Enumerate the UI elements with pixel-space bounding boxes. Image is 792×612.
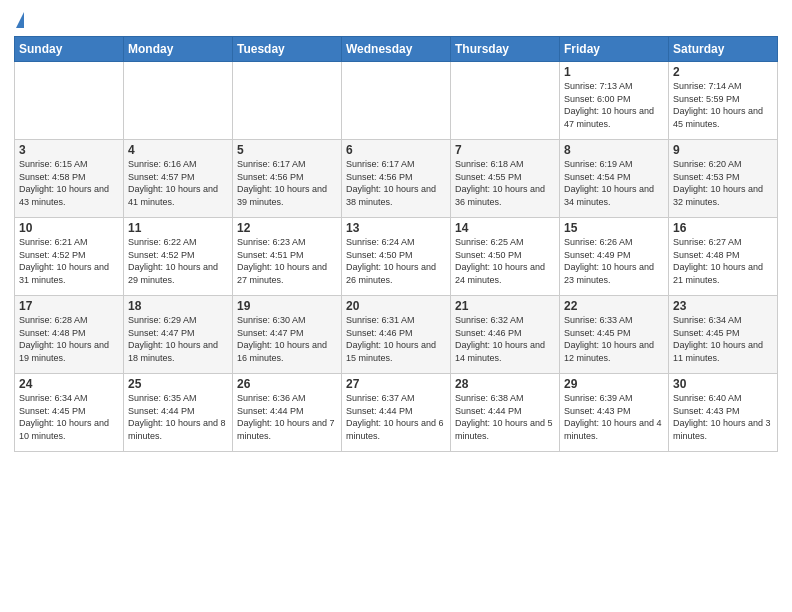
calendar-cell: 24Sunrise: 6:34 AMSunset: 4:45 PMDayligh… <box>15 374 124 452</box>
day-info: Sunrise: 6:15 AMSunset: 4:58 PMDaylight:… <box>19 158 119 208</box>
day-number: 4 <box>128 143 228 157</box>
day-info: Sunrise: 6:33 AMSunset: 4:45 PMDaylight:… <box>564 314 664 364</box>
day-number: 6 <box>346 143 446 157</box>
calendar-cell <box>124 62 233 140</box>
weekday-header-monday: Monday <box>124 37 233 62</box>
day-info: Sunrise: 6:17 AMSunset: 4:56 PMDaylight:… <box>237 158 337 208</box>
calendar-cell: 7Sunrise: 6:18 AMSunset: 4:55 PMDaylight… <box>451 140 560 218</box>
day-info: Sunrise: 6:27 AMSunset: 4:48 PMDaylight:… <box>673 236 773 286</box>
calendar-cell: 14Sunrise: 6:25 AMSunset: 4:50 PMDayligh… <box>451 218 560 296</box>
calendar-cell: 22Sunrise: 6:33 AMSunset: 4:45 PMDayligh… <box>560 296 669 374</box>
calendar-cell: 20Sunrise: 6:31 AMSunset: 4:46 PMDayligh… <box>342 296 451 374</box>
calendar-week-1: 1Sunrise: 7:13 AMSunset: 6:00 PMDaylight… <box>15 62 778 140</box>
day-info: Sunrise: 6:18 AMSunset: 4:55 PMDaylight:… <box>455 158 555 208</box>
day-info: Sunrise: 6:23 AMSunset: 4:51 PMDaylight:… <box>237 236 337 286</box>
calendar-table: SundayMondayTuesdayWednesdayThursdayFrid… <box>14 36 778 452</box>
day-info: Sunrise: 6:37 AMSunset: 4:44 PMDaylight:… <box>346 392 446 442</box>
day-number: 1 <box>564 65 664 79</box>
day-info: Sunrise: 6:34 AMSunset: 4:45 PMDaylight:… <box>19 392 119 442</box>
day-number: 8 <box>564 143 664 157</box>
day-info: Sunrise: 6:19 AMSunset: 4:54 PMDaylight:… <box>564 158 664 208</box>
day-number: 18 <box>128 299 228 313</box>
day-number: 15 <box>564 221 664 235</box>
day-number: 10 <box>19 221 119 235</box>
day-info: Sunrise: 6:28 AMSunset: 4:48 PMDaylight:… <box>19 314 119 364</box>
day-info: Sunrise: 6:16 AMSunset: 4:57 PMDaylight:… <box>128 158 228 208</box>
calendar-cell: 17Sunrise: 6:28 AMSunset: 4:48 PMDayligh… <box>15 296 124 374</box>
day-number: 27 <box>346 377 446 391</box>
weekday-header-row: SundayMondayTuesdayWednesdayThursdayFrid… <box>15 37 778 62</box>
day-info: Sunrise: 6:36 AMSunset: 4:44 PMDaylight:… <box>237 392 337 442</box>
day-number: 22 <box>564 299 664 313</box>
calendar-cell: 6Sunrise: 6:17 AMSunset: 4:56 PMDaylight… <box>342 140 451 218</box>
calendar-cell: 10Sunrise: 6:21 AMSunset: 4:52 PMDayligh… <box>15 218 124 296</box>
calendar-cell: 9Sunrise: 6:20 AMSunset: 4:53 PMDaylight… <box>669 140 778 218</box>
calendar-cell: 3Sunrise: 6:15 AMSunset: 4:58 PMDaylight… <box>15 140 124 218</box>
weekday-header-thursday: Thursday <box>451 37 560 62</box>
day-number: 3 <box>19 143 119 157</box>
day-number: 26 <box>237 377 337 391</box>
calendar-cell <box>15 62 124 140</box>
calendar-cell: 27Sunrise: 6:37 AMSunset: 4:44 PMDayligh… <box>342 374 451 452</box>
day-number: 11 <box>128 221 228 235</box>
day-number: 12 <box>237 221 337 235</box>
day-info: Sunrise: 6:35 AMSunset: 4:44 PMDaylight:… <box>128 392 228 442</box>
calendar-cell <box>342 62 451 140</box>
day-number: 29 <box>564 377 664 391</box>
day-info: Sunrise: 6:34 AMSunset: 4:45 PMDaylight:… <box>673 314 773 364</box>
day-info: Sunrise: 6:17 AMSunset: 4:56 PMDaylight:… <box>346 158 446 208</box>
calendar-cell: 1Sunrise: 7:13 AMSunset: 6:00 PMDaylight… <box>560 62 669 140</box>
weekday-header-tuesday: Tuesday <box>233 37 342 62</box>
calendar-cell: 16Sunrise: 6:27 AMSunset: 4:48 PMDayligh… <box>669 218 778 296</box>
calendar-cell: 13Sunrise: 6:24 AMSunset: 4:50 PMDayligh… <box>342 218 451 296</box>
page: SundayMondayTuesdayWednesdayThursdayFrid… <box>0 0 792 612</box>
day-number: 16 <box>673 221 773 235</box>
calendar-cell: 12Sunrise: 6:23 AMSunset: 4:51 PMDayligh… <box>233 218 342 296</box>
weekday-header-sunday: Sunday <box>15 37 124 62</box>
day-number: 14 <box>455 221 555 235</box>
calendar-cell: 19Sunrise: 6:30 AMSunset: 4:47 PMDayligh… <box>233 296 342 374</box>
calendar-cell: 23Sunrise: 6:34 AMSunset: 4:45 PMDayligh… <box>669 296 778 374</box>
calendar-cell: 11Sunrise: 6:22 AMSunset: 4:52 PMDayligh… <box>124 218 233 296</box>
calendar-cell: 28Sunrise: 6:38 AMSunset: 4:44 PMDayligh… <box>451 374 560 452</box>
calendar-cell: 5Sunrise: 6:17 AMSunset: 4:56 PMDaylight… <box>233 140 342 218</box>
day-info: Sunrise: 6:38 AMSunset: 4:44 PMDaylight:… <box>455 392 555 442</box>
day-info: Sunrise: 6:29 AMSunset: 4:47 PMDaylight:… <box>128 314 228 364</box>
calendar-cell: 18Sunrise: 6:29 AMSunset: 4:47 PMDayligh… <box>124 296 233 374</box>
day-number: 20 <box>346 299 446 313</box>
day-number: 28 <box>455 377 555 391</box>
weekday-header-friday: Friday <box>560 37 669 62</box>
calendar-week-3: 10Sunrise: 6:21 AMSunset: 4:52 PMDayligh… <box>15 218 778 296</box>
calendar-cell: 2Sunrise: 7:14 AMSunset: 5:59 PMDaylight… <box>669 62 778 140</box>
weekday-header-wednesday: Wednesday <box>342 37 451 62</box>
calendar-cell: 29Sunrise: 6:39 AMSunset: 4:43 PMDayligh… <box>560 374 669 452</box>
day-info: Sunrise: 6:24 AMSunset: 4:50 PMDaylight:… <box>346 236 446 286</box>
calendar-cell <box>451 62 560 140</box>
day-number: 30 <box>673 377 773 391</box>
day-number: 7 <box>455 143 555 157</box>
calendar-cell: 25Sunrise: 6:35 AMSunset: 4:44 PMDayligh… <box>124 374 233 452</box>
calendar-cell <box>233 62 342 140</box>
header <box>14 10 778 28</box>
day-number: 17 <box>19 299 119 313</box>
calendar-week-4: 17Sunrise: 6:28 AMSunset: 4:48 PMDayligh… <box>15 296 778 374</box>
day-number: 25 <box>128 377 228 391</box>
day-info: Sunrise: 6:39 AMSunset: 4:43 PMDaylight:… <box>564 392 664 442</box>
day-info: Sunrise: 6:20 AMSunset: 4:53 PMDaylight:… <box>673 158 773 208</box>
day-info: Sunrise: 6:30 AMSunset: 4:47 PMDaylight:… <box>237 314 337 364</box>
calendar-week-2: 3Sunrise: 6:15 AMSunset: 4:58 PMDaylight… <box>15 140 778 218</box>
day-number: 13 <box>346 221 446 235</box>
day-info: Sunrise: 7:13 AMSunset: 6:00 PMDaylight:… <box>564 80 664 130</box>
calendar-cell: 21Sunrise: 6:32 AMSunset: 4:46 PMDayligh… <box>451 296 560 374</box>
day-number: 24 <box>19 377 119 391</box>
day-number: 2 <box>673 65 773 79</box>
day-info: Sunrise: 6:25 AMSunset: 4:50 PMDaylight:… <box>455 236 555 286</box>
calendar-cell: 30Sunrise: 6:40 AMSunset: 4:43 PMDayligh… <box>669 374 778 452</box>
logo <box>14 14 24 28</box>
calendar-cell: 26Sunrise: 6:36 AMSunset: 4:44 PMDayligh… <box>233 374 342 452</box>
day-info: Sunrise: 6:21 AMSunset: 4:52 PMDaylight:… <box>19 236 119 286</box>
day-number: 23 <box>673 299 773 313</box>
day-number: 19 <box>237 299 337 313</box>
day-info: Sunrise: 6:40 AMSunset: 4:43 PMDaylight:… <box>673 392 773 442</box>
logo-triangle-icon <box>16 12 24 28</box>
